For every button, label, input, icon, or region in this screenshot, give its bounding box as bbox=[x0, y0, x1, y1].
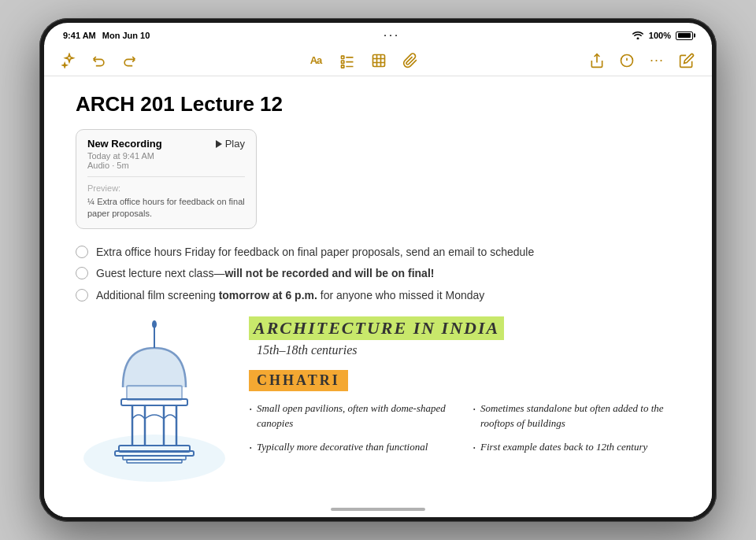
toolbar: Aa bbox=[44, 45, 712, 76]
chhatri-item-1: Small open pavilions, often with dome-sh… bbox=[249, 401, 457, 431]
battery-icon bbox=[676, 31, 693, 40]
recording-meta: Today at 9:41 AM Audio · 5m bbox=[87, 151, 245, 170]
svg-rect-4 bbox=[342, 65, 344, 67]
svg-rect-6 bbox=[373, 54, 385, 66]
attachment-icon[interactable] bbox=[401, 51, 420, 70]
checklist-text-2: Guest lecture next class—will not be rec… bbox=[96, 266, 434, 282]
chhatri-label: CHHATRI bbox=[249, 370, 348, 391]
ipad-device: 9:41 AM Mon Jun 10 · · · 100% bbox=[39, 18, 717, 522]
redo-icon[interactable] bbox=[120, 51, 139, 70]
recording-divider bbox=[87, 176, 245, 177]
checklist-text-3: Additional film screening tomorrow at 6 … bbox=[96, 288, 484, 304]
svg-rect-16 bbox=[127, 386, 182, 400]
svg-point-15 bbox=[152, 320, 157, 328]
toolbar-right: ··· bbox=[587, 51, 696, 70]
checklist-text-1: Extra office hours Friday for feedback o… bbox=[96, 245, 534, 261]
play-button[interactable]: Play bbox=[216, 138, 245, 150]
svg-point-13 bbox=[83, 435, 225, 482]
arch-title: ARCHITECTURE IN INDIA bbox=[249, 316, 680, 343]
status-center: · · · bbox=[384, 31, 397, 40]
preview-label: Preview: bbox=[87, 183, 245, 193]
checklist-item-3: Additional film screening tomorrow at 6 … bbox=[76, 288, 680, 304]
drawing-section: ARCHITECTURE IN INDIA 15th–18th centurie… bbox=[76, 316, 680, 493]
status-time: 9:41 AM bbox=[63, 31, 96, 40]
home-bar bbox=[331, 508, 425, 511]
status-right: 100% bbox=[632, 30, 693, 42]
handwriting-content: ARCHITECTURE IN INDIA 15th–18th centurie… bbox=[249, 316, 680, 455]
ipad-screen: 9:41 AM Mon Jun 10 · · · 100% bbox=[44, 23, 712, 517]
checkbox-2[interactable] bbox=[76, 267, 88, 279]
status-left: 9:41 AM Mon Jun 10 bbox=[63, 31, 150, 40]
checkbox-3[interactable] bbox=[76, 289, 88, 301]
compose-icon[interactable] bbox=[677, 51, 696, 70]
wifi-icon bbox=[632, 30, 644, 42]
chhatri-item-3: Typically more decorative than functiona… bbox=[249, 439, 457, 455]
recording-card: New Recording Play Today at 9:41 AM Audi… bbox=[76, 129, 257, 229]
chhatri-section: CHHATRI bbox=[249, 370, 680, 401]
text-format-icon[interactable]: Aa bbox=[306, 51, 325, 70]
note-content: ARCH 201 Lecture 12 New Recording Play T… bbox=[44, 76, 712, 501]
dot2: · bbox=[390, 31, 392, 40]
recording-duration: Audio · 5m bbox=[87, 161, 129, 170]
status-date: Mon Jun 10 bbox=[102, 31, 150, 40]
dot3: · bbox=[395, 31, 398, 40]
sparkle-icon[interactable] bbox=[60, 51, 79, 70]
recording-header: New Recording Play bbox=[87, 138, 245, 150]
checkbox-1[interactable] bbox=[76, 246, 88, 258]
undo-icon[interactable] bbox=[90, 51, 109, 70]
dot1: · bbox=[384, 31, 386, 40]
chhatri-item-2: Sometimes standalone but often added to … bbox=[472, 401, 680, 431]
recording-date: Today at 9:41 AM bbox=[87, 151, 154, 161]
preview-text: ¼ Extra office hours for feedback on fin… bbox=[87, 196, 245, 220]
recording-title: New Recording bbox=[87, 138, 162, 150]
markup-icon[interactable] bbox=[617, 51, 636, 70]
play-label: Play bbox=[225, 138, 245, 150]
chhatri-item-4: First example dates back to 12th century bbox=[472, 439, 680, 455]
checklist-item: Extra office hours Friday for feedback o… bbox=[76, 245, 680, 261]
checklist-icon[interactable] bbox=[338, 51, 357, 70]
home-indicator bbox=[44, 501, 712, 517]
svg-rect-2 bbox=[342, 61, 344, 63]
chhatri-grid: Small open pavilions, often with dome-sh… bbox=[249, 401, 680, 455]
share-icon[interactable] bbox=[587, 51, 606, 70]
status-bar: 9:41 AM Mon Jun 10 · · · 100% bbox=[44, 23, 712, 45]
arch-title-text: ARCHITECTURE IN INDIA bbox=[249, 316, 504, 340]
table-icon[interactable] bbox=[369, 51, 388, 70]
svg-rect-0 bbox=[342, 56, 344, 58]
play-triangle-icon bbox=[216, 140, 222, 148]
note-title: ARCH 201 Lecture 12 bbox=[76, 92, 680, 117]
battery-percent: 100% bbox=[649, 31, 671, 40]
toolbar-left bbox=[60, 51, 139, 70]
checklist: Extra office hours Friday for feedback o… bbox=[76, 245, 680, 304]
arch-subtitle: 15th–18th centuries bbox=[249, 343, 680, 357]
checklist-item-2: Guest lecture next class—will not be rec… bbox=[76, 266, 680, 282]
more-options-icon[interactable]: ··· bbox=[647, 51, 666, 70]
toolbar-center: Aa bbox=[139, 51, 587, 70]
architecture-drawing bbox=[76, 316, 233, 493]
